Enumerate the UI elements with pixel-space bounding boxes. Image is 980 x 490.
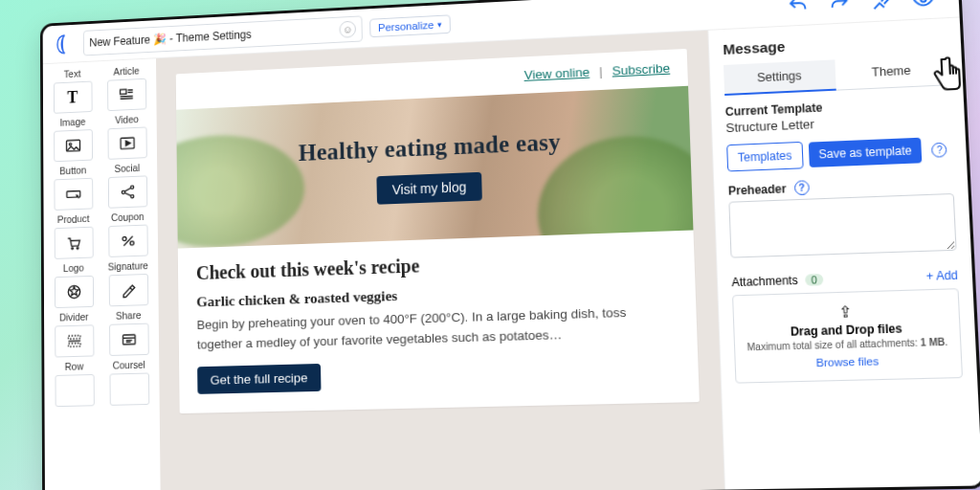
preheader-input[interactable] [728,193,956,258]
email-preview[interactable]: View online | Subscribe Healthy eating m… [176,49,700,413]
block-palette: TextT Article Image Video Button Social … [43,58,161,490]
personalize-dropdown[interactable]: Personalize ▾ [369,14,451,37]
personalize-label: Personalize [378,19,434,33]
undo-button[interactable] [787,0,810,16]
block-share[interactable]: Share [103,309,153,356]
app-window: New Feature 🎉 - Theme Settings ☺ Persona… [40,0,980,490]
block-product[interactable]: Product [49,212,98,259]
svg-line-5 [120,99,132,100]
svg-rect-23 [68,344,79,347]
svg-point-0 [921,0,926,2]
recipe-cta-button[interactable]: Get the full recipe [197,364,321,394]
attachments-count: 0 [805,274,823,286]
block-video[interactable]: Video [102,113,152,160]
editor-canvas[interactable]: View online | Subscribe Healthy eating m… [156,31,724,490]
message-panel: Message Settings Theme Current Template … [707,17,980,489]
divider-icon [65,331,83,350]
svg-rect-24 [122,335,135,345]
tab-theme[interactable]: Theme [835,55,948,91]
emoji-picker-button[interactable]: ☺ [339,20,356,37]
block-button[interactable]: Button [49,164,98,211]
preview-button[interactable] [912,0,935,10]
preheader-label: Preheader [728,182,787,198]
attachment-dropzone[interactable]: ⇪ Drag and Drop files Maximum total size… [732,288,963,383]
block-signature[interactable]: Signature [103,259,153,306]
chevron-down-icon: ▾ [437,19,442,29]
block-carousel[interactable]: Coursel [104,359,154,406]
svg-rect-21 [68,336,79,340]
panel-title: Message [723,30,947,57]
block-social[interactable]: Social [102,162,152,209]
svg-point-12 [130,195,133,198]
block-text[interactable]: TextT [48,67,97,114]
block-logo[interactable]: Logo [49,261,98,308]
coupon-icon [119,232,137,251]
block-image[interactable]: Image [49,115,98,162]
block-divider[interactable]: Divider [50,311,100,358]
svg-rect-1 [120,89,125,94]
svg-point-15 [71,248,73,250]
recipe-body: Begin by preheating your oven to 400°F (… [197,301,679,355]
article-icon [118,85,136,104]
hero-title: Healthy eating made easy [299,129,562,167]
svg-line-14 [124,192,130,195]
view-online-link[interactable]: View online [523,65,590,82]
svg-line-4 [120,96,132,97]
svg-point-17 [122,236,126,240]
svg-point-18 [129,241,133,245]
templates-button[interactable]: Templates [726,142,803,172]
svg-point-10 [122,190,124,193]
svg-point-16 [77,247,78,249]
section-headline: Check out this week's recipe [196,246,676,284]
separator: | [599,64,603,78]
block-coupon[interactable]: Coupon [103,211,153,257]
help-icon[interactable]: ? [794,180,810,195]
product-icon [64,234,82,253]
save-template-button[interactable]: Save as template [808,138,922,167]
svg-point-11 [130,186,133,189]
tab-settings[interactable]: Settings [724,59,835,96]
video-icon [118,134,136,153]
app-logo[interactable] [54,32,77,56]
hero-cta-button[interactable]: Visit my blog [377,172,482,205]
add-attachment-link[interactable]: + Add [925,268,958,283]
block-article[interactable]: Article [101,64,150,111]
redo-button[interactable] [828,0,851,14]
svg-rect-9 [66,190,79,197]
svg-point-7 [69,143,71,145]
share-icon [120,330,138,349]
help-icon[interactable]: ? [931,142,947,157]
logo-icon [65,282,83,301]
block-row[interactable]: Row [50,360,100,407]
text-icon: T [67,87,78,106]
browse-files-link[interactable]: Browse files [816,355,880,368]
email-body[interactable]: Check out this week's recipe Garlic chic… [178,230,700,412]
clean-button[interactable] [870,0,893,12]
panel-tabs: Settings Theme [724,55,948,96]
svg-line-13 [124,188,130,190]
topbar-actions [787,0,947,16]
image-icon [64,136,82,155]
attachments-label: Attachments 0 [731,273,823,289]
subject-text: New Feature 🎉 - Theme Settings [89,28,252,49]
hero-section[interactable]: Healthy eating made easy Visit my blog [176,86,693,249]
subscribe-link[interactable]: Subscribe [612,61,670,78]
signature-icon [120,280,138,300]
social-icon [119,183,137,202]
button-icon [64,185,82,204]
